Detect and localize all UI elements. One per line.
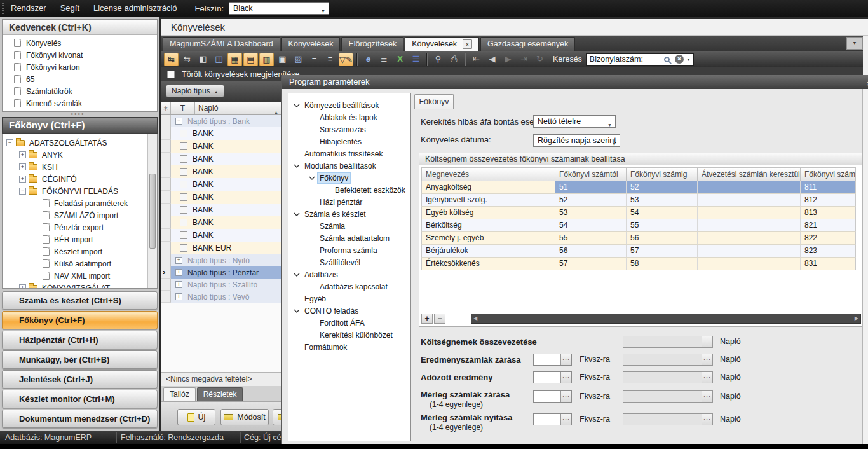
rounding-select[interactable]: Nettó tételre <box>533 115 616 128</box>
accordion-jelentesek[interactable]: Jelentések (Ctrl+J) <box>2 370 158 389</box>
lookup-button[interactable] <box>702 354 712 365</box>
row-preview-icon[interactable]: ◫ <box>212 53 226 66</box>
tab-konyvelesek-active[interactable]: Könyvelések <box>405 37 479 51</box>
nav-scrollbar[interactable] <box>147 134 157 288</box>
dialog-tree-item[interactable]: Adatbázis <box>288 268 410 280</box>
journal-row[interactable]: BANK <box>161 216 281 229</box>
cell-megnevezes[interactable]: Anyagköltség <box>422 181 555 193</box>
nav-tree-item[interactable]: BÉR import <box>3 233 157 245</box>
expander-icon[interactable] <box>19 176 26 183</box>
header-row-icon[interactable]: ▥ <box>259 53 274 66</box>
nav-tree-item[interactable]: NAV XML import <box>3 270 157 282</box>
group-by-box[interactable]: Napló típus <box>161 81 281 102</box>
tab-magnumszamla-dashboard[interactable]: MagnumSZÁMLA Dashboard <box>163 37 280 51</box>
journal-row[interactable]: BANK <box>161 191 281 204</box>
nav-tree-item[interactable]: Külső adatimport <box>3 258 157 270</box>
journal-row[interactable]: Napló típus : Szállító <box>161 279 281 291</box>
cell-szamig[interactable]: 55 <box>627 219 698 231</box>
journal-row[interactable]: BANK <box>161 204 281 216</box>
row-checkbox[interactable] <box>180 244 187 252</box>
scrollbar-thumb[interactable] <box>149 174 156 249</box>
dialog-tree-item[interactable]: Fordított ÁFA <box>288 317 410 329</box>
group-expander-icon[interactable] <box>175 118 182 125</box>
naplo-input[interactable] <box>623 390 713 403</box>
cell-megnevezes[interactable]: Személy j. egyéb <box>422 232 555 244</box>
nav-tree-item[interactable]: Feladási paraméterek <box>3 197 157 209</box>
cell-szamtol[interactable]: 54 <box>555 219 627 231</box>
favorites-header[interactable]: Kedvencek (Ctrl+K) <box>3 20 157 35</box>
dialog-title-bar[interactable]: Program paraméterek × <box>282 75 868 89</box>
cell-szamig[interactable]: 52 <box>627 181 698 193</box>
favorites-item[interactable]: Főkönyvi kivonat <box>3 49 157 61</box>
row-selector[interactable] <box>161 266 171 279</box>
row-selector[interactable] <box>161 242 171 254</box>
filter-edit-icon[interactable]: ▽✎ <box>339 53 353 66</box>
cell-szamra[interactable]: 823 <box>801 245 855 257</box>
column-header[interactable]: Főkönyvi számra <box>801 168 855 181</box>
journal-row[interactable]: BANK <box>161 165 281 178</box>
nav-next-icon[interactable]: ▶ <box>501 53 515 66</box>
partially-hidden-button[interactable] <box>273 409 281 425</box>
dialog-tree-item[interactable]: Szállítólevél <box>288 256 410 268</box>
separator[interactable] <box>426 53 428 66</box>
separator[interactable] <box>356 53 358 66</box>
cell-szamtol[interactable]: 53 <box>555 207 627 219</box>
group-expander-icon[interactable] <box>175 281 182 288</box>
journal-row[interactable]: BANK <box>161 153 281 165</box>
dialog-scrollbar[interactable] <box>862 89 868 444</box>
grid-lines-icon[interactable]: ▦ <box>227 53 242 66</box>
nav-first-icon[interactable]: ⇤ <box>469 53 484 66</box>
cell-szamig[interactable]: 54 <box>627 207 698 219</box>
cell-szamtol[interactable]: 56 <box>555 245 627 257</box>
add-row-button[interactable] <box>421 314 433 324</box>
tab-fokonyv[interactable]: Főkönyv <box>414 94 454 109</box>
lookup-button[interactable] <box>560 414 571 425</box>
cell-szamtol[interactable]: 52 <box>555 194 627 206</box>
lookup-button[interactable] <box>702 372 712 383</box>
Személy j. egyéb[interactable]: Személy j. egyéb 55 56 822 <box>421 232 856 245</box>
separator[interactable] <box>465 53 466 66</box>
group-panel-icon[interactable]: ▨ <box>291 53 306 66</box>
nav-tree-item[interactable]: KÖNYVVIZSGÁLAT <box>3 282 157 289</box>
nav-header[interactable]: Főkönyv (Ctrl+F) <box>2 117 158 134</box>
equals-icon[interactable]: = <box>307 53 322 66</box>
fkvsz-input[interactable] <box>533 371 572 383</box>
cell-megnevezes[interactable]: Egyéb költség <box>422 207 555 219</box>
lookup-button[interactable] <box>560 391 571 402</box>
naplo-column-header[interactable]: Napló <box>195 102 281 114</box>
Egyéb költség[interactable]: Egyéb költség 53 54 813 <box>421 207 856 219</box>
nav-last-icon[interactable]: ⇥ <box>517 53 531 66</box>
refresh-icon[interactable]: ↻ <box>532 53 547 66</box>
row-selector[interactable] <box>161 153 171 165</box>
dialog-tree-item[interactable]: CONTO feladás <box>288 305 410 317</box>
accordion-dokumentum-menedzser[interactable]: Dokumentum menedzser (Ctrl+D) <box>2 410 158 428</box>
dialog-tree-item[interactable]: Adatbázis kapcsolat <box>288 280 410 293</box>
row-selector[interactable] <box>161 254 171 266</box>
Bérköltség[interactable]: Bérköltség 54 55 821 <box>421 219 856 232</box>
favorites-item[interactable]: Kimenő számlák <box>3 97 157 109</box>
menu-segit[interactable]: Segít <box>53 0 86 17</box>
group-expander-icon[interactable] <box>175 257 182 264</box>
horizontal-scrollbar[interactable] <box>471 314 861 324</box>
tab-overflow-button[interactable] <box>846 37 863 50</box>
accordion-munkaugy-ber[interactable]: Munkaügy, bér (Ctrl+B) <box>2 350 158 369</box>
expander-icon[interactable] <box>19 188 26 195</box>
cell-szamtol[interactable]: 57 <box>555 258 627 270</box>
journal-row[interactable]: Napló típus : Pénztár <box>161 266 281 279</box>
dialog-tree-item[interactable]: Moduláris beállítások <box>288 160 410 172</box>
dialog-tree-item[interactable]: Számla és készlet <box>288 208 410 220</box>
naplo-input[interactable] <box>623 354 713 366</box>
booking-date-select[interactable]: Rögzítés napja szerint <box>533 134 620 147</box>
row-checkbox[interactable] <box>180 206 187 214</box>
row-selector[interactable] <box>161 165 171 178</box>
fkvsz-input[interactable] <box>533 354 572 366</box>
journal-row[interactable]: BANK <box>161 140 281 153</box>
cell-megnevezes[interactable]: Bérköltség <box>422 219 555 231</box>
cell-atvezetesi[interactable] <box>698 232 801 244</box>
nav-tree-item[interactable]: KSH <box>3 161 157 173</box>
group-rows-icon[interactable]: ≡ <box>323 53 337 66</box>
column-chooser-icon[interactable]: ◧ <box>196 53 210 66</box>
cell-atvezetesi[interactable] <box>698 258 801 270</box>
expander-icon[interactable] <box>19 151 26 158</box>
deleted-entries-checkbox[interactable] <box>167 71 175 78</box>
